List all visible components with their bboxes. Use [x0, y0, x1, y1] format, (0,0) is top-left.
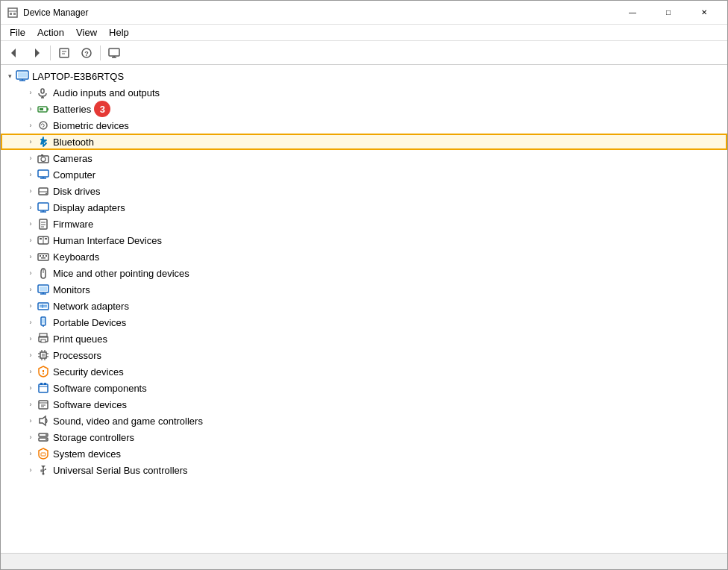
- network-icon: [37, 299, 50, 313]
- softcomp-item[interactable]: › Software components: [1, 380, 727, 396]
- disk-expand[interactable]: ›: [25, 185, 37, 197]
- svg-rect-93: [41, 470, 43, 472]
- audio-expand[interactable]: ›: [25, 87, 37, 98]
- battery-icon: [37, 102, 50, 116]
- svg-rect-77: [39, 384, 48, 392]
- system-item[interactable]: › System devices: [1, 445, 727, 462]
- softcomp-expand[interactable]: ›: [25, 382, 37, 394]
- hid-item[interactable]: › Human Interface Devices: [1, 232, 727, 248]
- toolbar-separator-1: [50, 46, 51, 60]
- storage-item[interactable]: › Storage controllers: [1, 429, 727, 445]
- disk-item[interactable]: › Disk drives: [1, 183, 727, 199]
- firmware-label: Firmware: [53, 219, 93, 230]
- softdev-icon: [37, 398, 50, 411]
- keyboards-label: Keyboards: [53, 251, 99, 263]
- menu-action[interactable]: Action: [31, 25, 70, 40]
- hid-expand[interactable]: ›: [25, 234, 37, 246]
- softcomp-icon: [37, 381, 50, 395]
- svg-marker-5: [35, 48, 40, 57]
- root-label: LAPTOP-E3B6RTQS: [32, 71, 124, 82]
- cameras-expand[interactable]: ›: [25, 152, 37, 164]
- back-button[interactable]: [4, 43, 25, 63]
- bluetooth-label: Bluetooth: [53, 137, 94, 148]
- mice-label: Mice and other pointing devices: [53, 268, 189, 279]
- audio-item[interactable]: › Audio inputs and outputs: [1, 84, 727, 101]
- processors-item[interactable]: › Processors: [1, 347, 727, 363]
- svg-point-26: [41, 157, 46, 162]
- content-area[interactable]: ▾ LAPTOP-E3B6RTQS ›: [1, 65, 727, 553]
- keyboards-item[interactable]: › Keyboards: [1, 248, 727, 265]
- batteries-item[interactable]: › Batteries 3: [1, 101, 727, 117]
- disk-label: Disk drives: [53, 186, 101, 197]
- storage-expand[interactable]: ›: [25, 431, 37, 443]
- print-expand[interactable]: ›: [25, 333, 37, 345]
- firmware-expand[interactable]: ›: [25, 218, 37, 230]
- svg-rect-3: [13, 13, 16, 15]
- root-expand-arrow[interactable]: ▾: [4, 70, 16, 82]
- menu-help[interactable]: Help: [103, 25, 135, 40]
- monitors-expand[interactable]: ›: [25, 284, 37, 295]
- display-button[interactable]: [104, 43, 125, 63]
- biometric-item[interactable]: › Biometric devices: [1, 117, 727, 134]
- svg-point-88: [46, 434, 47, 436]
- svg-rect-27: [41, 154, 43, 156]
- maximize-button[interactable]: □: [651, 1, 685, 25]
- svg-rect-2: [10, 13, 12, 15]
- computer2-icon: [37, 168, 50, 181]
- properties-button[interactable]: [54, 43, 75, 63]
- cameras-item[interactable]: › Cameras: [1, 150, 727, 166]
- security-expand[interactable]: ›: [25, 366, 37, 378]
- menu-view[interactable]: View: [70, 25, 103, 40]
- network-expand[interactable]: ›: [25, 300, 37, 312]
- display-expand[interactable]: ›: [25, 201, 37, 213]
- svg-rect-6: [60, 48, 69, 57]
- system-expand[interactable]: ›: [25, 448, 37, 460]
- security-label: Security devices: [53, 366, 124, 378]
- portable-expand[interactable]: ›: [25, 316, 37, 328]
- security-icon: [37, 365, 50, 378]
- biometric-label: Biometric devices: [53, 120, 129, 131]
- bluetooth-item[interactable]: › Bluetooth: [1, 134, 727, 150]
- menu-file[interactable]: File: [4, 25, 31, 40]
- portable-item[interactable]: › Portable Devices: [1, 314, 727, 331]
- root-node[interactable]: ▾ LAPTOP-E3B6RTQS: [1, 68, 727, 84]
- sound-item[interactable]: › Sound, video and game controllers: [1, 413, 727, 429]
- security-item[interactable]: › Security devices: [1, 363, 727, 380]
- mice-item[interactable]: › Mice and other pointing devices: [1, 265, 727, 281]
- computer-expand[interactable]: ›: [25, 169, 37, 181]
- minimize-button[interactable]: —: [615, 1, 650, 25]
- display-item[interactable]: › Display adapters: [1, 199, 727, 216]
- svg-marker-85: [40, 416, 46, 425]
- svg-rect-60: [42, 319, 45, 324]
- svg-rect-52: [40, 286, 47, 291]
- computer-item[interactable]: › Computer: [1, 166, 727, 183]
- bluetooth-expand[interactable]: ›: [25, 136, 37, 148]
- toolbar-separator-2: [100, 46, 101, 60]
- keyboards-expand[interactable]: ›: [25, 251, 37, 263]
- biometric-icon: [37, 119, 50, 132]
- firmware-item[interactable]: › Firmware: [1, 216, 727, 232]
- bluetooth-icon: [37, 135, 50, 148]
- forward-button[interactable]: [26, 43, 47, 63]
- mice-expand[interactable]: ›: [25, 267, 37, 279]
- svg-rect-18: [41, 89, 44, 93]
- device-tree: ▾ LAPTOP-E3B6RTQS ›: [1, 68, 727, 478]
- batteries-expand[interactable]: ›: [25, 103, 37, 115]
- softcomp-label: Software components: [53, 383, 147, 394]
- usb-item[interactable]: › Universal Serial Bus controllers: [1, 462, 727, 478]
- softdev-label: Software devices: [53, 399, 127, 410]
- biometric-expand[interactable]: ›: [25, 119, 37, 131]
- network-item[interactable]: › Network adapters: [1, 298, 727, 314]
- svg-rect-34: [38, 203, 48, 210]
- close-button[interactable]: ✕: [687, 1, 721, 25]
- sound-expand[interactable]: ›: [25, 415, 37, 427]
- softdev-expand[interactable]: ›: [25, 398, 37, 410]
- usb-expand[interactable]: ›: [25, 464, 37, 476]
- svg-rect-46: [40, 255, 41, 257]
- monitor-icon: [37, 283, 50, 296]
- processors-expand[interactable]: ›: [25, 349, 37, 361]
- print-item[interactable]: › Print queues: [1, 331, 727, 347]
- help-button[interactable]: ?: [76, 43, 97, 63]
- monitors-item[interactable]: › Monitors: [1, 281, 727, 298]
- softdev-item[interactable]: › Software devices: [1, 396, 727, 413]
